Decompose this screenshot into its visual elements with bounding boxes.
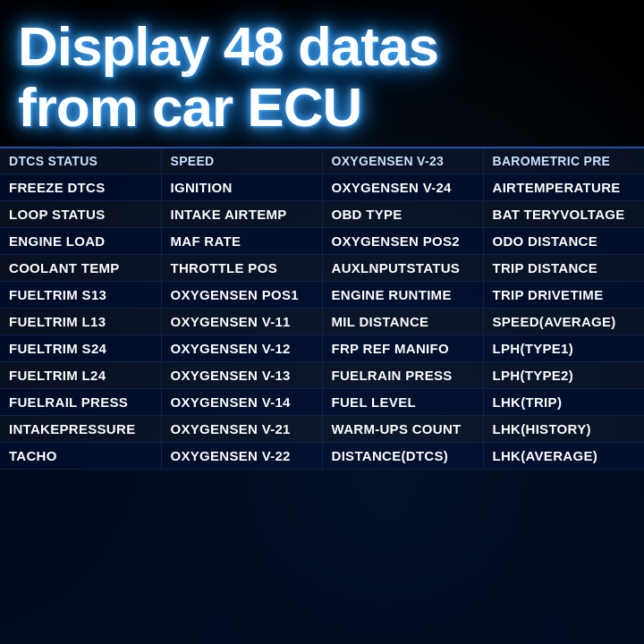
table-container: DTCS STATUSSPEEDOXYGENSEN V-23BAROMETRIC… [0, 147, 644, 644]
table-row: COOLANT TEMPTHROTTLE POSAUXLNPUTSTATUSTR… [0, 255, 644, 282]
header-title: Display 48 datas from car ECU [18, 16, 626, 138]
table-cell-6-3: SPEED(AVERAGE) [483, 309, 644, 335]
table-cell-4-1: THROTTLE POS [161, 255, 322, 282]
table-cell-0-3: BAROMETRIC PRE [483, 148, 644, 174]
table-cell-11-2: DISTANCE(DTCS) [322, 443, 483, 470]
table-cell-8-2: FUELRAIN PRESS [322, 362, 483, 389]
table-cell-2-2: OBD TYPE [322, 201, 483, 228]
title-line2: from car ECU [18, 76, 361, 138]
table-cell-4-0: COOLANT TEMP [0, 255, 161, 282]
table-cell-3-2: OXYGENSEN POS2 [322, 228, 483, 255]
table-row: ENGINE LOADMAF RATEOXYGENSEN POS2ODO DIS… [0, 228, 644, 255]
table-cell-3-1: MAF RATE [161, 228, 322, 255]
table-cell-1-2: OXYGENSEN V-24 [322, 174, 483, 201]
table-cell-4-2: AUXLNPUTSTATUS [322, 255, 483, 282]
table-cell-1-3: AIRTEMPERATURE [483, 174, 644, 201]
header: Display 48 datas from car ECU [0, 0, 644, 147]
table-cell-6-0: FUELTRIM L13 [0, 309, 161, 335]
table-row: FUELTRIM S24OXYGENSEN V-12FRP REF MANIFO… [0, 335, 644, 362]
table-row: FUELRAIL PRESSOXYGENSEN V-14FUEL LEVELLH… [0, 389, 644, 416]
table-cell-10-1: OXYGENSEN V-21 [161, 416, 322, 443]
table-cell-9-0: FUELRAIL PRESS [0, 389, 161, 416]
table-row: FUELTRIM L13OXYGENSEN V-11MIL DISTANCESP… [0, 309, 644, 335]
table-cell-7-1: OXYGENSEN V-12 [161, 335, 322, 362]
table-cell-7-0: FUELTRIM S24 [0, 335, 161, 362]
table-cell-5-3: TRIP DRIVETIME [483, 282, 644, 309]
table-cell-0-0: DTCS STATUS [0, 148, 161, 174]
table-cell-5-1: OXYGENSEN POS1 [161, 282, 322, 309]
table-cell-11-1: OXYGENSEN V-22 [161, 443, 322, 470]
table-row: FREEZE DTCSIGNITIONOXYGENSEN V-24AIRTEMP… [0, 174, 644, 201]
title-line1: Display 48 datas [18, 15, 438, 77]
table-cell-9-2: FUEL LEVEL [322, 389, 483, 416]
table-row: FUELTRIM L24OXYGENSEN V-13FUELRAIN PRESS… [0, 362, 644, 389]
main-content: Display 48 datas from car ECU DTCS STATU… [0, 0, 644, 644]
table-cell-7-2: FRP REF MANIFO [322, 335, 483, 362]
table-cell-10-2: WARM-UPS COUNT [322, 416, 483, 443]
table-cell-8-3: LPH(TYPE2) [483, 362, 644, 389]
table-cell-0-1: SPEED [161, 148, 322, 174]
table-cell-10-0: INTAKEPRESSURE [0, 416, 161, 443]
table-cell-1-1: IGNITION [161, 174, 322, 201]
table-cell-9-3: LHK(TRIP) [483, 389, 644, 416]
table-cell-6-1: OXYGENSEN V-11 [161, 309, 322, 335]
table-cell-8-1: OXYGENSEN V-13 [161, 362, 322, 389]
table-cell-2-1: INTAKE AIRTEMP [161, 201, 322, 228]
table-row: LOOP STATUSINTAKE AIRTEMPOBD TYPEBAT TER… [0, 201, 644, 228]
table-cell-5-0: FUELTRIM S13 [0, 282, 161, 309]
table-cell-3-3: ODO DISTANCE [483, 228, 644, 255]
table-cell-6-2: MIL DISTANCE [322, 309, 483, 335]
table-cell-10-3: LHK(HISTORY) [483, 416, 644, 443]
table-cell-7-3: LPH(TYPE1) [483, 335, 644, 362]
table-cell-3-0: ENGINE LOAD [0, 228, 161, 255]
table-cell-9-1: OXYGENSEN V-14 [161, 389, 322, 416]
table-cell-5-2: ENGINE RUNTIME [322, 282, 483, 309]
data-table: DTCS STATUSSPEEDOXYGENSEN V-23BAROMETRIC… [0, 148, 644, 470]
table-row: TACHOOXYGENSEN V-22DISTANCE(DTCS)LHK(AVE… [0, 443, 644, 470]
table-cell-2-0: LOOP STATUS [0, 201, 161, 228]
table-cell-0-2: OXYGENSEN V-23 [322, 148, 483, 174]
table-row: DTCS STATUSSPEEDOXYGENSEN V-23BAROMETRIC… [0, 148, 644, 174]
table-cell-11-3: LHK(AVERAGE) [483, 443, 644, 470]
table-cell-2-3: BAT TERYVOLTAGE [483, 201, 644, 228]
table-row: FUELTRIM S13OXYGENSEN POS1ENGINE RUNTIME… [0, 282, 644, 309]
table-row: INTAKEPRESSUREOXYGENSEN V-21WARM-UPS COU… [0, 416, 644, 443]
table-cell-1-0: FREEZE DTCS [0, 174, 161, 201]
table-cell-8-0: FUELTRIM L24 [0, 362, 161, 389]
table-cell-11-0: TACHO [0, 443, 161, 470]
table-cell-4-3: TRIP DISTANCE [483, 255, 644, 282]
